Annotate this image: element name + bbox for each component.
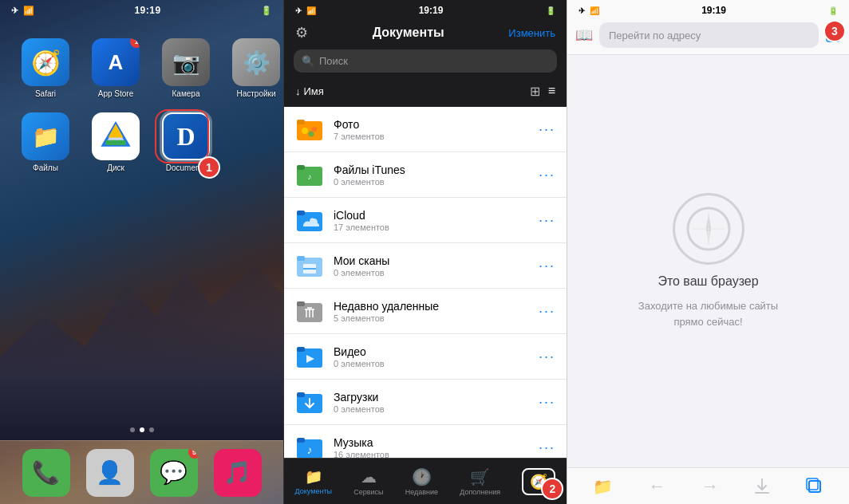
view-toggle: ⊞ ≡ [530, 84, 555, 99]
drive-icon [101, 121, 131, 152]
contacts-icon: 👤 [96, 459, 124, 486]
svg-rect-2 [105, 140, 125, 145]
status-bar-browser: ✈ 📶 19:19 🔋 [567, 0, 849, 18]
messages-badge: 5 [188, 449, 198, 459]
back-btn[interactable]: ← [649, 476, 666, 497]
appstore-icon: A [109, 50, 124, 75]
item-name-trash: Недавно удаленные [334, 300, 529, 313]
more-icon-icloud[interactable]: ··· [539, 212, 555, 229]
docs-navbar: ⚙ Документы Изменить [284, 18, 567, 49]
app-files[interactable]: 📁 Файлы [18, 112, 73, 172]
documents-icon: D [176, 122, 195, 152]
app-settings[interactable]: ⚙️ Настройки [228, 38, 283, 98]
svg-text:♪: ♪ [307, 443, 313, 456]
svg-rect-20 [297, 301, 305, 306]
gear-icon-docs[interactable]: ⚙ [295, 24, 308, 41]
list-item[interactable]: Фото 7 элементов ··· [284, 107, 567, 152]
item-info-downloads: Загрузки 0 элементов [334, 391, 529, 414]
list-view-icon[interactable]: ≡ [548, 84, 555, 99]
folder-tool-btn[interactable]: 📁 [593, 477, 613, 496]
list-item[interactable]: ♪ Музыка 16 элементов ··· [284, 425, 567, 458]
item-count-scans: 0 элементов [334, 268, 529, 278]
svg-rect-6 [297, 120, 305, 124]
tab-addons-label: Дополнения [460, 488, 500, 496]
app-appstore[interactable]: A 1 App Store [88, 38, 144, 98]
list-item[interactable]: ♪ Файлы iTunes 0 элементов ··· [284, 152, 567, 198]
step-3-badge: 3 [823, 20, 846, 42]
folder-icon-downloads [295, 388, 324, 416]
folder-icon-scans [295, 251, 324, 280]
tab-docs-icon: 📁 [305, 468, 322, 486]
browser-content: Это ваш браузер Заходите на любимые сайт… [567, 55, 849, 467]
more-icon-photos[interactable]: ··· [539, 121, 555, 138]
documents-screen: ✈ 📶 19:19 🔋 ⚙ Документы Изменить 🔍 Поиск… [283, 0, 567, 504]
folder-icon-music: ♪ [295, 433, 324, 458]
app-drive[interactable]: Диск [88, 112, 144, 172]
dock-phone[interactable]: 📞 [22, 449, 70, 497]
tab-services[interactable]: ☁ Сервисы [353, 467, 383, 496]
tab-recent-label: Недавние [405, 488, 438, 496]
tab-recent-icon: 🕐 [412, 467, 432, 486]
app-documents[interactable]: D Documents 1 [158, 112, 214, 172]
forward-btn[interactable]: → [701, 476, 719, 497]
bookmarks-icon[interactable]: 📖 [575, 26, 593, 44]
docs-title: Документы [373, 26, 444, 40]
item-count-music: 16 элементов [334, 450, 529, 459]
more-icon-scans[interactable]: ··· [539, 258, 555, 274]
settings-icon: ⚙️ [243, 49, 270, 76]
download-btn[interactable] [754, 478, 770, 495]
sort-bar: ↓ Имя ⊞ ≡ [284, 81, 567, 107]
search-icon-docs: 🔍 [302, 55, 314, 67]
browser-toolbar: 📁 ← → [567, 467, 849, 504]
sort-name[interactable]: ↓ Имя [295, 85, 324, 97]
docs-search-bar[interactable]: 🔍 Поиск [294, 49, 557, 73]
wifi-icon-browser: 📶 [590, 6, 599, 15]
tab-addons[interactable]: 🛒 Дополнения [460, 467, 500, 496]
tab-browser[interactable]: 🧭 2 [522, 468, 555, 495]
airplane-icon-browser: ✈ [579, 6, 585, 15]
item-name-photos: Фото [334, 118, 529, 131]
app-safari[interactable]: 🧭 Safari [18, 38, 73, 98]
app-safari-label: Safari [35, 89, 56, 98]
more-icon-downloads[interactable]: ··· [539, 394, 555, 411]
svg-point-9 [309, 132, 314, 137]
file-list: Фото 7 элементов ··· ♪ Файлы iTunes 0 эл… [284, 107, 567, 458]
item-name-music: Музыка [334, 436, 529, 449]
sort-arrow: ↓ [295, 85, 301, 97]
list-item[interactable]: iCloud 17 элементов ··· [284, 198, 567, 243]
dot-1 [130, 427, 135, 432]
status-bar-docs: ✈ 📶 19:19 🔋 [284, 0, 567, 18]
appstore-badge: 1 [130, 38, 140, 48]
item-count-icloud: 17 элементов [334, 222, 529, 232]
search-placeholder: Поиск [319, 55, 348, 67]
app-camera[interactable]: 📷 Камера [158, 38, 214, 98]
tab-addons-icon: 🛒 [470, 467, 490, 486]
phone-icon: 📞 [32, 459, 60, 486]
list-item[interactable]: Недавно удаленные 5 элементов ··· [284, 289, 567, 334]
app-appstore-label: App Store [98, 89, 133, 98]
item-info-music: Музыка 16 элементов [334, 436, 529, 459]
more-icon-music[interactable]: ··· [539, 439, 555, 456]
dock-messages[interactable]: 💬 5 [150, 449, 198, 497]
item-name-downloads: Загрузки [334, 391, 529, 404]
browser-empty-title: Это ваш браузер [657, 274, 758, 289]
grid-view-icon[interactable]: ⊞ [530, 84, 540, 99]
more-icon-itunes[interactable]: ··· [539, 167, 555, 183]
more-icon-video[interactable]: ··· [539, 348, 555, 365]
list-item[interactable]: Загрузки 0 элементов ··· [284, 380, 567, 425]
more-icon-trash[interactable]: ··· [539, 303, 555, 320]
dock-contacts[interactable]: 👤 [86, 449, 134, 497]
tab-documents[interactable]: 📁 Документы [295, 468, 332, 495]
item-info-video: Видео 0 элементов [334, 345, 529, 368]
wifi-icon: 📶 [23, 6, 34, 16]
dock-music[interactable]: 🎵 [214, 449, 262, 497]
list-item[interactable]: Видео 0 элементов ··· [284, 334, 567, 380]
edit-button[interactable]: Изменить [508, 27, 555, 39]
list-item[interactable]: Мои сканы 0 элементов ··· [284, 243, 567, 289]
item-count-video: 0 элементов [334, 359, 529, 368]
address-bar[interactable]: Перейти по адресу [599, 22, 819, 48]
tab-recent[interactable]: 🕐 Недавние [405, 467, 438, 496]
folder-icon-photos [295, 115, 324, 144]
tabs-btn[interactable] [806, 478, 823, 495]
dot-2 [140, 427, 144, 432]
